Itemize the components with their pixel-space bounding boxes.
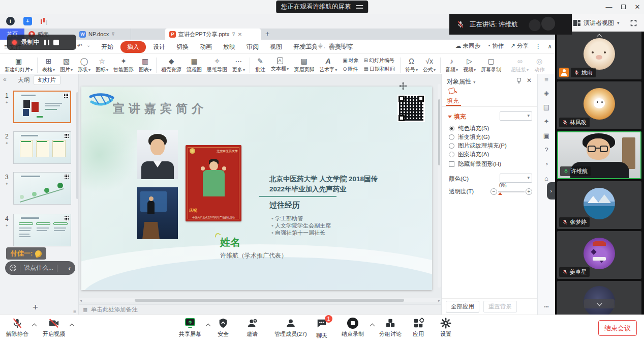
fullscreen-icon[interactable] [630,19,637,27]
video-tile[interactable]: 林凤改 [557,81,641,129]
security-button[interactable]: 安全 [218,318,229,338]
tool-picture[interactable]: ▧图片▾ [57,57,75,73]
settings-button[interactable]: 设置 [440,318,451,338]
tool-attachment[interactable]: ⊙附件 [343,66,358,73]
strip-more-icon[interactable]: ••• [538,304,555,309]
tool-screen-record[interactable]: ▢屏幕录制 [478,57,504,73]
chat-input-bar[interactable]: 说点什么... ‹ [5,261,75,275]
tool-comment[interactable]: ✎批注 [252,57,268,73]
mic-options-icon[interactable] [32,324,37,329]
emoji-icon[interactable] [10,265,16,271]
tool-header-footer[interactable]: ▤页眉页脚 [291,57,317,73]
strip-effects-icon[interactable]: ✦ [538,118,555,125]
new-slide-plus-button[interactable]: + [33,302,38,313]
close-panel-icon[interactable]: ✕ [527,77,532,84]
tool-audio[interactable]: ♪音频▾ [443,57,461,73]
undo-dropdown-icon[interactable]: ⌄ [86,42,90,48]
scroll-left-arrow[interactable]: ◂ [80,298,82,303]
fill-tab[interactable]: 填充 [447,97,459,105]
ribbon-tab-design[interactable]: 设计 [147,40,171,54]
unmute-button[interactable]: 解除静音 [6,318,28,338]
tool-video[interactable]: ▷视频▾ [461,57,478,73]
tool-icons[interactable]: ☆图标▾ [93,57,111,73]
collapse-ribbon-icon[interactable]: ∧ [548,43,552,50]
panel-scrollbar[interactable] [76,92,78,199]
collapse-chat-icon[interactable]: ‹ [68,264,71,272]
fill-section-header[interactable]: 填充 [448,112,466,121]
tab-np-docx[interactable]: W NP.docx ⊽ [75,29,131,40]
tab-outline[interactable]: 大纲 [18,76,29,84]
strip-properties-icon[interactable]: ▤ [538,103,555,111]
video-tile[interactable]: 姜卓星 [557,231,641,279]
expand-pane-tab[interactable]: › [547,182,555,200]
banner-menu-icon[interactable] [356,5,363,6]
new-tab-button[interactable]: + [265,30,269,38]
close-button[interactable]: ✕ [631,0,644,13]
close-tab-icon[interactable]: ✕ [238,32,242,37]
slide-thumbnail-1[interactable] [13,91,71,123]
pin-panel-icon[interactable] [517,78,521,81]
sync-status[interactable]: ☁ 未同步 [455,42,480,50]
panel-resize-handle[interactable]: ≡ [73,309,76,315]
collaborate-button[interactable]: ◔ 协作 [487,42,504,50]
video-tile-speaking[interactable]: 许维航 [557,131,641,179]
ribbon-tab-slideshow[interactable]: 放映 [218,40,241,54]
video-options-icon[interactable] [70,324,75,329]
chat-placeholder[interactable]: 说点什么... [24,264,53,272]
video-tile-partial[interactable] [557,281,641,315]
notes-bar[interactable]: ≣ 单击此处添加备注 [79,304,441,315]
tab-slides[interactable]: 幻灯片 [34,75,60,85]
strip-handle-icon[interactable]: ≡ [538,76,555,83]
invite-button[interactable]: 邀请 [247,318,258,338]
horizontal-scrollbar[interactable]: ◂ ▸ [79,298,441,302]
tool-object[interactable]: ▣对象 [343,57,358,64]
tool-slide-number[interactable]: ⊞幻灯片编号 [364,57,395,64]
tool-smartart[interactable]: ✦智能图形 [111,57,136,73]
share-screen-button[interactable]: 共享屏幕 [179,318,201,338]
option-pattern-fill[interactable]: 图案填充(A) [449,151,489,158]
scroll-up-icon[interactable] [598,33,601,40]
tool-more[interactable]: ⋯更多▾ [230,57,248,73]
slide-thumbnail-2[interactable] [13,131,71,164]
video-tile[interactable]: 张梦婷 [557,181,641,229]
tool-formula[interactable]: √x公式▾ [420,57,438,73]
restore-button[interactable] [617,0,630,13]
share-options-icon[interactable] [206,324,211,329]
ribbon-tab-insert[interactable]: 插入 [120,41,146,53]
increase-icon[interactable]: + [526,188,532,195]
slide-thumbnail-4[interactable] [13,214,71,246]
tool-table[interactable]: ⊞表格▾ [40,57,57,73]
tool-chart[interactable]: ▥图表▾ [136,57,154,73]
pin-icon[interactable]: ⊽ [111,32,115,37]
tool-docer-resource[interactable]: ◆稻壳资源 [159,57,184,73]
stats-bars-icon[interactable] [41,19,42,24]
tool-textbox[interactable]: A文本框▾ [268,58,291,72]
start-video-button[interactable]: 开启视频 [43,318,65,338]
strip-layers-icon[interactable]: ▣ [538,132,555,139]
color-dropdown[interactable] [500,174,532,183]
strip-help-icon[interactable]: ? [538,146,555,154]
pause-recording-button[interactable] [44,40,49,45]
stop-recording-button[interactable]: 结束录制 [342,318,364,338]
manage-members-button[interactable]: 管理成员(27) [274,318,307,338]
tab-pptx-active[interactable]: P 宣讲会PPT分享.pptx ⊽ ✕ [165,29,261,40]
collapse-panel-icon[interactable]: « [3,76,7,83]
tool-mindmap[interactable]: ✧思维导图 [204,57,230,73]
tool-flowchart[interactable]: ▦流程图 [184,57,204,73]
properties-title[interactable]: 对象属性 ▾ [447,77,475,86]
fill-type-dropdown[interactable] [500,111,532,121]
more-menu-icon[interactable]: ⋮ [535,43,541,50]
notes-placeholder[interactable]: 单击此处添加备注 [91,306,138,314]
chat-button[interactable]: 1 聊天 [316,318,327,339]
record-options-icon[interactable] [370,324,375,329]
share-button[interactable]: ↗ 分享 [510,42,529,50]
scroll-right-arrow[interactable]: ▸ [438,298,440,303]
command-search[interactable]: 查找命令、搜索模板 [294,42,375,50]
tool-wordart[interactable]: A艺术字▾ [317,57,340,73]
tool-new-slide[interactable]: ▣新建幻灯片▾ [2,57,35,73]
strip-share-icon[interactable]: ◈ [538,89,555,97]
ribbon-tab-view[interactable]: 视图 [264,40,288,54]
option-solid-fill[interactable]: 纯色填充(S) [449,125,489,132]
decrease-icon[interactable]: − [490,188,497,195]
breakout-rooms-button[interactable]: 分组讨论 [379,318,402,338]
